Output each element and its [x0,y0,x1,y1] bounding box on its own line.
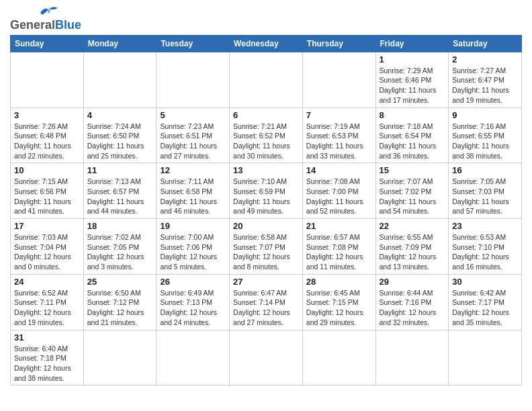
day-number: 4 [87,110,153,120]
calendar-cell: 26Sunrise: 6:49 AM Sunset: 7:13 PM Dayli… [157,274,230,330]
day-info: Sunrise: 6:57 AM Sunset: 7:08 PM Dayligh… [306,232,372,272]
day-info: Sunrise: 6:42 AM Sunset: 7:17 PM Dayligh… [452,288,518,328]
calendar-cell: 6Sunrise: 7:21 AM Sunset: 6:52 PM Daylig… [230,107,303,163]
calendar-cell: 8Sunrise: 7:18 AM Sunset: 6:54 PM Daylig… [375,107,449,163]
day-info: Sunrise: 7:05 AM Sunset: 7:03 PM Dayligh… [452,177,518,216]
day-info: Sunrise: 6:49 AM Sunset: 7:13 PM Dayligh… [160,288,226,328]
day-info: Sunrise: 7:27 AM Sunset: 6:47 PM Dayligh… [452,66,518,105]
calendar-cell: 12Sunrise: 7:11 AM Sunset: 6:58 PM Dayli… [157,163,230,219]
calendar-week-row: 24Sunrise: 6:52 AM Sunset: 7:11 PM Dayli… [11,274,522,330]
day-info: Sunrise: 7:02 AM Sunset: 7:05 PM Dayligh… [87,232,153,272]
weekday-header-sunday: Sunday [11,35,84,52]
day-info: Sunrise: 6:53 AM Sunset: 7:10 PM Dayligh… [452,232,518,272]
calendar-cell: 21Sunrise: 6:57 AM Sunset: 7:08 PM Dayli… [302,219,375,275]
day-info: Sunrise: 7:00 AM Sunset: 7:06 PM Dayligh… [160,232,226,272]
logo-area: GeneralBlue [10,7,81,32]
day-number: 26 [160,277,226,287]
day-number: 18 [87,221,153,231]
day-number: 24 [14,277,80,287]
calendar-cell [11,52,84,107]
calendar-week-row: 3Sunrise: 7:26 AM Sunset: 6:48 PM Daylig… [11,107,522,163]
day-info: Sunrise: 7:08 AM Sunset: 7:00 PM Dayligh… [306,177,372,216]
calendar-cell: 31Sunrise: 6:40 AM Sunset: 7:18 PM Dayli… [11,330,84,385]
calendar-cell: 13Sunrise: 7:10 AM Sunset: 6:59 PM Dayli… [230,163,303,219]
day-number: 7 [306,110,372,120]
day-info: Sunrise: 7:03 AM Sunset: 7:04 PM Dayligh… [14,232,80,272]
day-info: Sunrise: 6:55 AM Sunset: 7:09 PM Dayligh… [380,232,445,272]
day-info: Sunrise: 6:45 AM Sunset: 7:15 PM Dayligh… [306,288,372,328]
day-number: 23 [452,221,518,231]
calendar-cell: 30Sunrise: 6:42 AM Sunset: 7:17 PM Dayli… [449,274,522,330]
calendar-cell: 28Sunrise: 6:45 AM Sunset: 7:15 PM Dayli… [302,274,375,330]
day-number: 17 [14,221,80,231]
day-number: 29 [380,277,445,287]
day-number: 5 [160,110,226,120]
calendar-cell: 18Sunrise: 7:02 AM Sunset: 7:05 PM Dayli… [83,219,157,275]
day-number: 28 [306,277,372,287]
calendar-week-row: 1Sunrise: 7:29 AM Sunset: 6:46 PM Daylig… [11,52,522,107]
day-info: Sunrise: 7:15 AM Sunset: 6:56 PM Dayligh… [14,177,80,216]
day-number: 12 [160,165,226,175]
day-info: Sunrise: 6:40 AM Sunset: 7:18 PM Dayligh… [14,344,80,383]
calendar-week-row: 31Sunrise: 6:40 AM Sunset: 7:18 PM Dayli… [11,330,522,385]
calendar-cell: 1Sunrise: 7:29 AM Sunset: 6:46 PM Daylig… [375,52,449,107]
calendar-cell [83,52,157,107]
day-number: 27 [233,277,299,287]
day-info: Sunrise: 6:44 AM Sunset: 7:16 PM Dayligh… [380,288,445,328]
calendar-cell: 25Sunrise: 6:50 AM Sunset: 7:12 PM Dayli… [83,274,157,330]
day-number: 22 [380,221,445,231]
day-info: Sunrise: 7:26 AM Sunset: 6:48 PM Dayligh… [14,122,80,161]
calendar-cell: 17Sunrise: 7:03 AM Sunset: 7:04 PM Dayli… [11,219,84,275]
calendar-cell: 4Sunrise: 7:24 AM Sunset: 6:50 PM Daylig… [83,107,157,163]
day-number: 31 [14,332,80,342]
calendar-cell: 24Sunrise: 6:52 AM Sunset: 7:11 PM Dayli… [11,274,84,330]
day-number: 9 [452,110,518,120]
day-number: 10 [14,165,80,175]
day-number: 1 [380,54,445,64]
weekday-header-wednesday: Wednesday [230,35,303,52]
day-info: Sunrise: 7:18 AM Sunset: 6:54 PM Dayligh… [380,122,445,161]
calendar-cell: 16Sunrise: 7:05 AM Sunset: 7:03 PM Dayli… [449,163,522,219]
calendar-header: SundayMondayTuesdayWednesdayThursdayFrid… [11,35,522,52]
header-section: GeneralBlue [10,7,522,32]
weekday-header-thursday: Thursday [302,35,375,52]
weekday-header-friday: Friday [375,35,449,52]
day-info: Sunrise: 6:52 AM Sunset: 7:11 PM Dayligh… [14,288,80,328]
calendar-cell [157,52,230,107]
day-info: Sunrise: 7:16 AM Sunset: 6:55 PM Dayligh… [452,122,518,161]
calendar-cell: 3Sunrise: 7:26 AM Sunset: 6:48 PM Daylig… [11,107,84,163]
day-number: 20 [233,221,299,231]
calendar-cell: 9Sunrise: 7:16 AM Sunset: 6:55 PM Daylig… [449,107,522,163]
calendar-cell [449,330,522,385]
day-number: 25 [87,277,153,287]
day-number: 15 [380,165,445,175]
logo-text: GeneralBlue [10,19,81,32]
day-info: Sunrise: 7:19 AM Sunset: 6:53 PM Dayligh… [306,122,372,161]
day-number: 6 [233,110,299,120]
day-number: 30 [452,277,518,287]
day-info: Sunrise: 7:29 AM Sunset: 6:46 PM Dayligh… [380,66,445,105]
calendar-week-row: 10Sunrise: 7:15 AM Sunset: 6:56 PM Dayli… [11,163,522,219]
calendar-cell: 10Sunrise: 7:15 AM Sunset: 6:56 PM Dayli… [11,163,84,219]
calendar-cell [302,52,375,107]
day-info: Sunrise: 6:58 AM Sunset: 7:07 PM Dayligh… [233,232,299,272]
calendar-cell [230,330,303,385]
calendar-cell: 22Sunrise: 6:55 AM Sunset: 7:09 PM Dayli… [375,219,449,275]
day-info: Sunrise: 6:50 AM Sunset: 7:12 PM Dayligh… [87,288,153,328]
day-info: Sunrise: 7:10 AM Sunset: 6:59 PM Dayligh… [233,177,299,216]
logo-general: GeneralBlue [10,19,81,32]
calendar-table: SundayMondayTuesdayWednesdayThursdayFrid… [10,35,522,386]
day-number: 14 [306,165,372,175]
weekday-header-saturday: Saturday [449,35,522,52]
day-info: Sunrise: 6:47 AM Sunset: 7:14 PM Dayligh… [233,288,299,328]
day-info: Sunrise: 7:13 AM Sunset: 6:57 PM Dayligh… [87,177,153,216]
day-number: 8 [380,110,445,120]
calendar-body: 1Sunrise: 7:29 AM Sunset: 6:46 PM Daylig… [11,52,522,385]
calendar-cell [375,330,449,385]
day-number: 13 [233,165,299,175]
calendar-cell: 19Sunrise: 7:00 AM Sunset: 7:06 PM Dayli… [157,219,230,275]
day-number: 3 [14,110,80,120]
calendar-cell: 15Sunrise: 7:07 AM Sunset: 7:02 PM Dayli… [375,163,449,219]
day-info: Sunrise: 7:11 AM Sunset: 6:58 PM Dayligh… [160,177,226,216]
calendar-cell: 7Sunrise: 7:19 AM Sunset: 6:53 PM Daylig… [302,107,375,163]
